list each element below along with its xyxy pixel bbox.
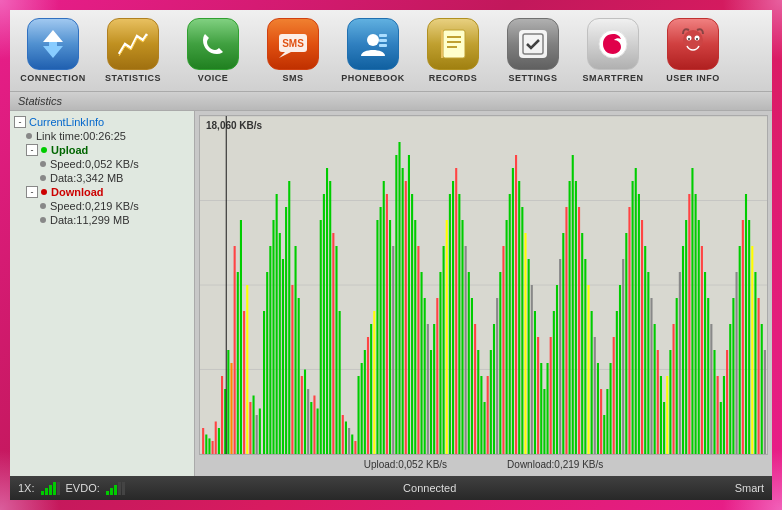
svg-rect-159	[619, 285, 621, 454]
toolbar-item-records[interactable]: RECORDS	[414, 16, 492, 85]
svg-marker-13	[441, 30, 443, 58]
svg-rect-126	[515, 155, 517, 454]
svg-rect-175	[669, 350, 671, 454]
svg-rect-51	[279, 233, 281, 454]
svg-rect-39	[240, 220, 242, 454]
svg-rect-48	[269, 246, 271, 454]
svg-rect-143	[569, 181, 571, 454]
signal-prefix: 1X:	[18, 482, 35, 494]
download-speed-value: 0,219 KB/s	[85, 200, 139, 212]
svg-rect-66	[326, 168, 328, 454]
svg-rect-145	[575, 181, 577, 454]
svg-rect-188	[710, 324, 712, 454]
svg-rect-121	[499, 272, 501, 454]
svg-rect-161	[625, 233, 627, 454]
svg-rect-180	[685, 220, 687, 454]
svg-rect-95	[417, 246, 419, 454]
download-speed-label: Speed:	[50, 200, 85, 212]
svg-rect-94	[414, 220, 416, 454]
svg-rect-189	[713, 350, 715, 454]
svg-rect-107	[455, 168, 457, 454]
svg-rect-120	[496, 298, 498, 454]
toolbar-item-userinfo[interactable]: USER INFO	[654, 16, 732, 85]
svg-rect-122	[502, 246, 504, 454]
svg-rect-200	[748, 220, 750, 454]
left-panel: - CurrentLinkInfo Link time: 00:26:25 - …	[10, 111, 195, 476]
signal-bar-2	[45, 488, 48, 495]
svg-rect-192	[723, 376, 725, 454]
download-data-label: Data:	[50, 214, 76, 226]
dot-download-speed	[40, 203, 46, 209]
svg-rect-54	[288, 181, 290, 454]
upload-data-label: Data:	[50, 172, 76, 184]
svg-rect-76	[358, 376, 360, 454]
download-data-value: 11,299 MB	[76, 214, 129, 226]
toolbar-item-connection[interactable]: CONNECTION	[14, 16, 92, 85]
svg-rect-61	[310, 402, 312, 454]
link-time-value: 00:26:25	[83, 130, 126, 142]
signal-bar-5	[57, 482, 60, 495]
svg-rect-166	[641, 220, 643, 454]
svg-rect-194	[729, 324, 731, 454]
svg-rect-117	[487, 376, 489, 454]
svg-rect-74	[351, 435, 353, 455]
svg-rect-27	[202, 428, 204, 454]
svg-rect-37	[234, 246, 236, 454]
svg-rect-179	[682, 246, 684, 454]
toolbar-item-smartfren[interactable]: SMARTFREN	[574, 16, 652, 85]
svg-rect-147	[581, 233, 583, 454]
toolbar-item-voice[interactable]: VOICE	[174, 16, 252, 85]
voice-icon	[187, 18, 239, 70]
svg-rect-82	[376, 220, 378, 454]
sms-icon: SMS	[267, 18, 319, 70]
svg-rect-85	[386, 194, 388, 454]
svg-rect-114	[477, 350, 479, 454]
svg-rect-9	[443, 30, 465, 58]
svg-rect-97	[424, 298, 426, 454]
upload-data-value: 3,342 MB	[76, 172, 123, 184]
svg-rect-164	[635, 168, 637, 454]
toolbar-item-settings[interactable]: SETTINGS	[494, 16, 572, 85]
tree-upload-data: Data: 3,342 MB	[10, 171, 194, 185]
tree-toggle-download[interactable]: -	[26, 186, 38, 198]
svg-text:SMS: SMS	[282, 38, 304, 49]
svg-rect-59	[304, 370, 306, 455]
evdo-label: EVDO:	[66, 482, 100, 494]
voice-label: VOICE	[198, 73, 229, 83]
tree-toggle-root[interactable]: -	[14, 116, 26, 128]
svg-rect-128	[521, 207, 523, 454]
statistics-icon	[107, 18, 159, 70]
svg-rect-181	[688, 194, 690, 454]
svg-rect-116	[484, 402, 486, 454]
svg-rect-11	[447, 41, 461, 43]
evdo-signal-bars	[106, 481, 125, 495]
main-window: CONNECTION STATISTICS VOICE	[10, 10, 772, 500]
svg-rect-130	[528, 259, 530, 454]
svg-rect-62	[313, 396, 315, 455]
svg-rect-151	[594, 337, 596, 454]
svg-rect-91	[405, 181, 407, 454]
svg-rect-142	[565, 207, 567, 454]
svg-rect-86	[389, 220, 391, 454]
tree-upload-parent: - Upload	[10, 143, 194, 157]
svg-rect-156	[610, 363, 612, 454]
svg-point-20	[688, 38, 690, 40]
svg-rect-43	[253, 396, 255, 455]
svg-rect-53	[285, 207, 287, 454]
toolbar-item-phonebook[interactable]: PHONEBOOK	[334, 16, 412, 85]
chart-bottom-bar: Upload:0,052 KB/s Download:0,219 KB/s	[199, 455, 768, 472]
svg-rect-141	[562, 233, 564, 454]
toolbar-item-statistics[interactable]: STATISTICS	[94, 16, 172, 85]
evdo-bar-5	[122, 482, 125, 495]
svg-rect-72	[345, 422, 347, 455]
svg-rect-160	[622, 259, 624, 454]
svg-marker-4	[279, 52, 291, 58]
tree-toggle-upload[interactable]: -	[26, 144, 38, 156]
tree-download-data: Data: 11,299 MB	[10, 213, 194, 227]
download-label: Download	[51, 186, 104, 198]
svg-rect-12	[447, 46, 457, 48]
svg-rect-46	[263, 311, 265, 454]
toolbar-item-sms[interactable]: SMS SMS	[254, 16, 332, 85]
svg-rect-100	[433, 324, 435, 454]
svg-rect-83	[380, 207, 382, 454]
